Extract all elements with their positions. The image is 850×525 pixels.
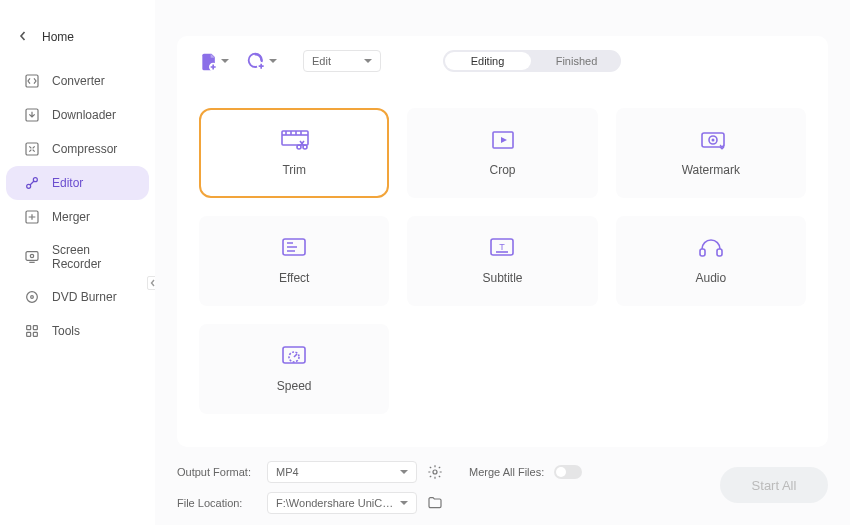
sidebar-item-screen-recorder[interactable]: Screen Recorder [6, 234, 149, 280]
svg-rect-44 [700, 249, 705, 256]
file-location-label: File Location: [177, 497, 257, 509]
crop-icon [489, 129, 515, 151]
svg-rect-45 [717, 249, 722, 256]
sidebar-item-label: Tools [52, 324, 80, 338]
home-label: Home [42, 30, 74, 44]
editor-tiles-grid: Trim Crop Watermark Effect T Subtitle Au… [199, 108, 806, 414]
mode-select-value: Edit [312, 55, 331, 67]
tile-label: Audio [695, 271, 726, 285]
chevron-down-icon [400, 470, 408, 474]
tile-label: Speed [277, 379, 312, 393]
tile-label: Trim [282, 163, 306, 177]
svg-point-17 [30, 254, 33, 257]
sidebar-item-compressor[interactable]: Compressor [6, 132, 149, 166]
svg-rect-22 [33, 326, 37, 330]
sidebar: Home Converter Downloader Compressor Edi… [0, 0, 155, 525]
footer: Output Format: MP4 Merge All Files: File… [177, 459, 828, 515]
effect-icon [281, 237, 307, 259]
start-all-label: Start All [752, 478, 797, 493]
merge-label: Merge All Files: [469, 466, 544, 478]
svg-rect-46 [283, 347, 305, 363]
tile-label: Effect [279, 271, 309, 285]
chevron-down-icon [269, 59, 277, 63]
svg-rect-12 [26, 143, 38, 155]
sidebar-item-label: Merger [52, 210, 90, 224]
segment-editing[interactable]: Editing [443, 55, 532, 67]
chevron-down-icon [400, 501, 408, 505]
svg-point-20 [31, 296, 34, 299]
tile-speed[interactable]: Speed [199, 324, 389, 414]
svg-point-48 [433, 470, 437, 474]
tile-crop[interactable]: Crop [407, 108, 597, 198]
svg-rect-16 [26, 252, 38, 261]
sidebar-item-label: Editor [52, 176, 83, 190]
sidebar-item-tools[interactable]: Tools [6, 314, 149, 348]
editor-icon [24, 175, 40, 191]
toolbar: Edit Editing Finished [199, 50, 806, 72]
compressor-icon [24, 141, 40, 157]
sidebar-item-downloader[interactable]: Downloader [6, 98, 149, 132]
add-folder-icon [247, 52, 265, 70]
merge-toggle[interactable] [554, 465, 582, 479]
svg-point-19 [27, 292, 38, 303]
sidebar-item-label: Screen Recorder [52, 243, 131, 271]
tile-watermark[interactable]: Watermark [616, 108, 806, 198]
subtitle-icon: T [489, 237, 515, 259]
tile-label: Watermark [682, 163, 740, 177]
downloader-icon [24, 107, 40, 123]
chevron-down-icon [364, 59, 372, 63]
speed-icon [281, 345, 307, 367]
svg-rect-21 [27, 326, 31, 330]
tile-trim[interactable]: Trim [199, 108, 389, 198]
svg-text:T: T [500, 242, 506, 252]
output-format-value: MP4 [276, 466, 299, 478]
screen-recorder-icon [24, 249, 40, 265]
add-file-icon [199, 52, 217, 70]
dvd-burner-icon [24, 289, 40, 305]
trim-icon [281, 129, 307, 151]
sidebar-item-merger[interactable]: Merger [6, 200, 149, 234]
mode-select[interactable]: Edit [303, 50, 381, 72]
file-location-value: F:\Wondershare UniConverter 1 [276, 497, 396, 509]
main-area: Edit Editing Finished Trim Crop Watermar… [155, 0, 850, 525]
sidebar-item-dvd-burner[interactable]: DVD Burner [6, 280, 149, 314]
sidebar-item-label: Downloader [52, 108, 116, 122]
open-folder-icon[interactable] [427, 495, 443, 511]
output-format-select[interactable]: MP4 [267, 461, 417, 483]
sidebar-item-converter[interactable]: Converter [6, 64, 149, 98]
sidebar-item-editor[interactable]: Editor [6, 166, 149, 200]
output-format-label: Output Format: [177, 466, 257, 478]
chevron-down-icon [221, 59, 229, 63]
converter-icon [24, 73, 40, 89]
svg-rect-23 [27, 332, 31, 336]
segment-finished[interactable]: Finished [532, 55, 621, 67]
audio-icon [698, 237, 724, 259]
merger-icon [24, 209, 40, 225]
file-location-select[interactable]: F:\Wondershare UniConverter 1 [267, 492, 417, 514]
editor-panel: Edit Editing Finished Trim Crop Watermar… [177, 36, 828, 447]
tile-label: Subtitle [482, 271, 522, 285]
sidebar-item-label: DVD Burner [52, 290, 117, 304]
sidebar-item-label: Converter [52, 74, 105, 88]
watermark-icon [698, 129, 724, 151]
tile-audio[interactable]: Audio [616, 216, 806, 306]
add-file-button[interactable] [199, 52, 229, 70]
svg-rect-24 [33, 332, 37, 336]
tile-label: Crop [489, 163, 515, 177]
output-settings-icon[interactable] [427, 464, 443, 480]
start-all-button[interactable]: Start All [720, 467, 828, 503]
tile-effect[interactable]: Effect [199, 216, 389, 306]
back-icon [18, 31, 30, 43]
tools-icon [24, 323, 40, 339]
add-folder-button[interactable] [247, 52, 277, 70]
status-segmented[interactable]: Editing Finished [443, 50, 621, 72]
svg-point-39 [711, 139, 714, 142]
sidebar-item-label: Compressor [52, 142, 117, 156]
home-button[interactable]: Home [0, 22, 155, 64]
tile-subtitle[interactable]: T Subtitle [407, 216, 597, 306]
